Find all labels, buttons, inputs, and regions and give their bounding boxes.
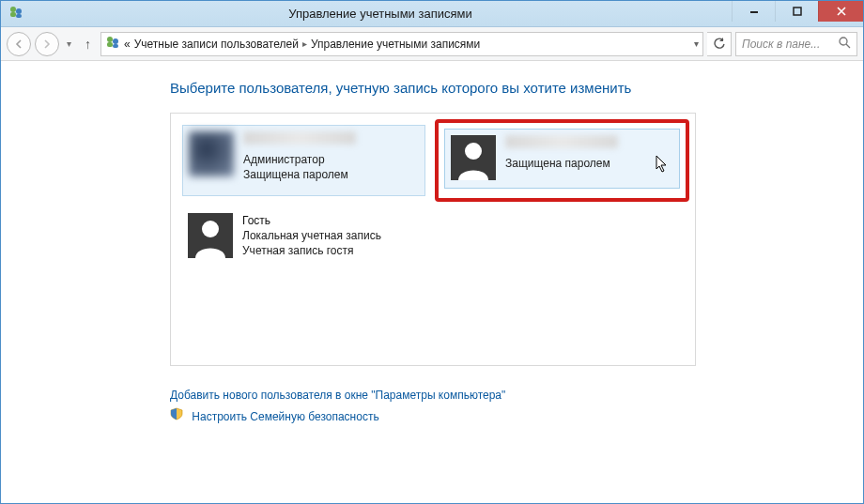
search-icon bbox=[839, 37, 851, 52]
chevron-right-icon: ▸ bbox=[302, 38, 307, 49]
history-dropdown[interactable]: ▾ bbox=[63, 38, 75, 49]
add-user-link[interactable]: Добавить нового пользователя в окне "Пар… bbox=[170, 389, 505, 402]
svg-point-7 bbox=[113, 38, 118, 44]
breadcrumb-item-2[interactable]: Управление учетными записями bbox=[311, 38, 480, 51]
svg-line-11 bbox=[846, 44, 850, 48]
close-button[interactable] bbox=[818, 1, 863, 22]
user-protected: Защищена паролем bbox=[243, 167, 356, 182]
user-card-admin[interactable]: Администратор Защищена паролем bbox=[182, 125, 425, 196]
avatar bbox=[189, 131, 234, 176]
svg-rect-9 bbox=[113, 44, 118, 48]
refresh-button[interactable] bbox=[707, 32, 732, 56]
content-area: Выберите пользователя, учетную запись ко… bbox=[1, 61, 863, 503]
up-button[interactable]: ↑ bbox=[79, 37, 97, 52]
back-button[interactable] bbox=[7, 32, 31, 56]
titlebar[interactable]: Управление учетными записями bbox=[1, 1, 863, 27]
avatar bbox=[188, 213, 233, 258]
user-name-redacted bbox=[243, 131, 356, 145]
user-protected: Защищена паролем bbox=[505, 156, 618, 171]
svg-point-6 bbox=[107, 37, 113, 42]
svg-rect-3 bbox=[16, 14, 22, 18]
svg-point-0 bbox=[10, 7, 16, 12]
svg-rect-8 bbox=[107, 42, 113, 47]
user-name-redacted bbox=[505, 135, 618, 148]
breadcrumb-prefix: « bbox=[124, 38, 131, 51]
svg-rect-5 bbox=[794, 8, 801, 15]
window: Управление учетными записями ▾ ↑ bbox=[0, 0, 864, 504]
user-card-guest[interactable]: Гость Локальная учетная запись Учетная з… bbox=[182, 207, 425, 279]
user-name: Гость bbox=[242, 213, 381, 228]
user-card-selected[interactable]: Защищена паролем bbox=[444, 129, 680, 189]
search-placeholder: Поиск в пане... bbox=[742, 38, 820, 51]
app-icon bbox=[8, 5, 23, 23]
breadcrumb-item-1[interactable]: Учетные записи пользователей bbox=[134, 38, 299, 51]
svg-point-10 bbox=[840, 38, 847, 45]
user-list: Администратор Защищена паролем bbox=[170, 113, 696, 366]
page-heading: Выберите пользователя, учетную запись ко… bbox=[170, 80, 696, 96]
toolbar: ▾ ↑ « Учетные записи пользователей ▸ Упр… bbox=[1, 27, 863, 61]
family-safety-link[interactable]: Настроить Семейную безопасность bbox=[192, 410, 378, 423]
breadcrumb-dropdown[interactable]: ▾ bbox=[694, 38, 699, 49]
avatar bbox=[451, 135, 496, 180]
svg-point-15 bbox=[202, 221, 219, 237]
user-role: Администратор bbox=[243, 152, 356, 167]
breadcrumb[interactable]: « Учетные записи пользователей ▸ Управле… bbox=[100, 32, 703, 56]
shield-icon bbox=[170, 406, 183, 428]
highlighted-user-outline: Защищена паролем bbox=[435, 119, 689, 202]
svg-point-13 bbox=[465, 143, 482, 160]
user-type: Локальная учетная запись bbox=[242, 228, 381, 243]
svg-point-1 bbox=[16, 8, 22, 14]
links-section: Добавить нового пользователя в окне "Пар… bbox=[170, 385, 696, 428]
user-subtype: Учетная запись гостя bbox=[242, 243, 381, 258]
minimize-button[interactable] bbox=[732, 1, 775, 22]
window-title: Управление учетными записями bbox=[29, 7, 732, 21]
forward-button[interactable] bbox=[35, 32, 59, 56]
svg-rect-2 bbox=[10, 12, 16, 17]
search-input[interactable]: Поиск в пане... bbox=[735, 32, 857, 56]
breadcrumb-icon bbox=[105, 35, 120, 53]
svg-rect-4 bbox=[750, 11, 758, 13]
maximize-button[interactable] bbox=[775, 1, 818, 22]
